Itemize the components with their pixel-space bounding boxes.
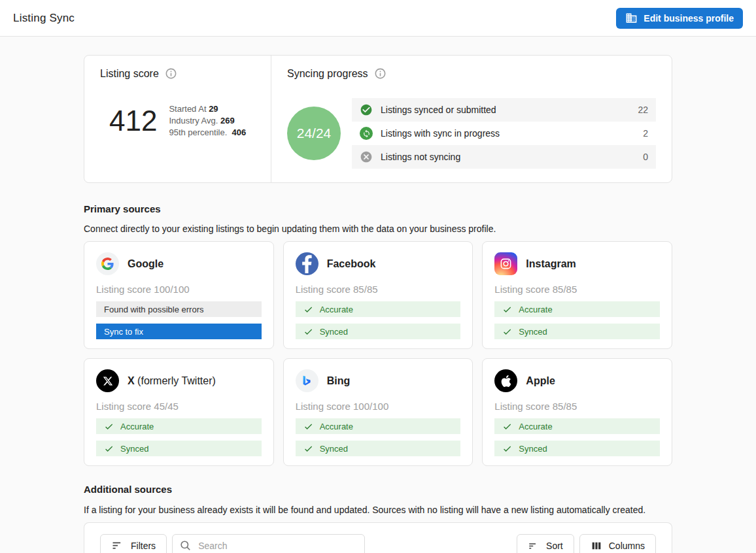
stat-95th-percentile: 95th percentile. 406 xyxy=(169,127,246,139)
main-content: Listing score 412 Started At 29 Industry… xyxy=(84,55,672,553)
additional-sources-table-card: Filters Sort Columns xyxy=(84,522,672,553)
status-found-with-errors: Found with possible errors xyxy=(96,301,262,317)
info-icon[interactable] xyxy=(374,67,387,80)
check-icon xyxy=(303,444,313,454)
check-icon xyxy=(502,305,512,314)
info-icon[interactable] xyxy=(165,67,177,80)
bing-logo-icon xyxy=(296,369,318,392)
sync-to-fix-button[interactable]: Sync to fix xyxy=(96,324,262,339)
status-synced: Synced xyxy=(96,441,262,456)
sync-row-label: Listings synced or submitted xyxy=(381,105,630,115)
listing-score-value: 412 xyxy=(109,107,157,135)
sync-in-progress-icon xyxy=(360,127,373,140)
sync-row-synced: Listings synced or submitted 22 xyxy=(352,98,656,122)
status-accurate: Accurate xyxy=(96,418,262,434)
x-logo-icon xyxy=(96,369,119,392)
instagram-logo-icon xyxy=(494,252,517,275)
source-listing-score: Listing score 85/85 xyxy=(494,284,660,295)
source-listing-score: Listing score 100/100 xyxy=(296,401,461,412)
status-accurate: Accurate xyxy=(494,418,660,434)
sync-rows: Listings synced or submitted 22 Listings… xyxy=(352,98,656,169)
sync-row-label: Listings not syncing xyxy=(381,152,635,162)
source-card-facebook: Facebook Listing score 85/85 Accurate Sy… xyxy=(283,241,473,349)
top-bar: Listing Sync Edit business profile xyxy=(0,0,756,37)
check-icon xyxy=(104,444,114,454)
check-icon xyxy=(502,422,512,431)
google-logo-icon xyxy=(96,252,119,275)
not-syncing-icon xyxy=(360,150,373,163)
source-card-x: X (formerly Twitter) Listing score 45/45… xyxy=(84,358,274,466)
check-icon xyxy=(303,305,313,314)
status-accurate: Accurate xyxy=(296,301,461,317)
stat-industry-avg: Industry Avg. 269 xyxy=(169,115,246,127)
source-name: X (formerly Twitter) xyxy=(128,375,216,387)
columns-label: Columns xyxy=(609,541,645,551)
stat-started-at: Started At 29 xyxy=(169,103,246,115)
source-name: Apple xyxy=(526,375,555,387)
source-name: Facebook xyxy=(327,258,376,270)
source-card-bing: Bing Listing score 100/100 Accurate Sync… xyxy=(283,358,473,466)
overview-card: Listing score 412 Started At 29 Industry… xyxy=(84,55,672,183)
source-name: Bing xyxy=(327,375,351,387)
check-icon xyxy=(104,422,114,431)
source-listing-score: Listing score 45/45 xyxy=(96,401,262,412)
source-card-instagram: Instagram Listing score 85/85 Accurate S… xyxy=(482,241,672,349)
status-synced: Synced xyxy=(494,441,660,456)
check-icon xyxy=(502,327,512,337)
status-synced: Synced xyxy=(296,324,461,339)
search-icon xyxy=(179,539,192,552)
primary-sources-description: Connect directly to your existing listin… xyxy=(84,223,672,235)
table-toolbar: Filters Sort Columns xyxy=(84,523,672,553)
sync-row-value: 2 xyxy=(643,128,648,139)
status-synced: Synced xyxy=(494,324,660,339)
source-card-apple: Apple Listing score 85/85 Accurate Synce… xyxy=(482,358,672,466)
listing-score-panel: Listing score 412 Started At 29 Industry… xyxy=(84,56,271,182)
building-icon xyxy=(625,12,638,24)
source-listing-score: Listing score 85/85 xyxy=(494,401,660,412)
source-name: Google xyxy=(128,258,163,270)
apple-logo-icon xyxy=(494,369,517,392)
status-accurate: Accurate xyxy=(296,418,461,434)
listing-score-title: Listing score xyxy=(100,68,159,80)
sync-row-label: Listings with sync in progress xyxy=(381,128,635,139)
check-circle-icon xyxy=(360,103,373,116)
edit-business-profile-label: Edit business profile xyxy=(644,13,734,24)
status-synced: Synced xyxy=(296,441,461,456)
listing-score-stats: Started At 29 Industry Avg. 269 95th per… xyxy=(169,103,246,139)
primary-sources-heading: Primary sources xyxy=(84,203,672,215)
source-listing-score: Listing score 100/100 xyxy=(96,284,262,295)
check-icon xyxy=(502,444,512,454)
check-icon xyxy=(303,327,313,337)
search-box[interactable] xyxy=(172,534,365,553)
sync-row-value: 0 xyxy=(643,152,648,162)
columns-icon xyxy=(591,540,602,552)
source-card-google: Google Listing score 100/100 Found with … xyxy=(84,241,274,349)
sync-row-value: 22 xyxy=(638,105,648,115)
sync-row-not-syncing: Listings not syncing 0 xyxy=(352,145,656,169)
sort-button[interactable]: Sort xyxy=(517,534,574,553)
page-title: Listing Sync xyxy=(13,12,75,25)
filter-icon xyxy=(111,539,124,552)
syncing-progress-panel: Syncing progress 24/24 Listings synced o… xyxy=(271,56,672,182)
columns-button[interactable]: Columns xyxy=(579,534,656,553)
status-accurate: Accurate xyxy=(494,301,660,317)
filters-label: Filters xyxy=(131,541,156,551)
source-name: Instagram xyxy=(526,258,576,270)
additional-sources-description: If a listing for your business already e… xyxy=(84,504,672,516)
check-icon xyxy=(303,422,313,431)
sort-label: Sort xyxy=(546,541,563,551)
sync-progress-circle: 24/24 xyxy=(287,107,341,160)
edit-business-profile-button[interactable]: Edit business profile xyxy=(616,8,743,29)
sort-icon xyxy=(528,540,540,552)
primary-sources-grid: Google Listing score 100/100 Found with … xyxy=(84,241,672,466)
syncing-progress-title: Syncing progress xyxy=(287,68,368,80)
search-input[interactable] xyxy=(197,540,358,552)
facebook-logo-icon xyxy=(296,252,318,275)
source-listing-score: Listing score 85/85 xyxy=(296,284,461,295)
sync-row-in-progress: Listings with sync in progress 2 xyxy=(352,122,656,145)
additional-sources-heading: Additional sources xyxy=(84,483,672,495)
filters-button[interactable]: Filters xyxy=(100,534,167,553)
